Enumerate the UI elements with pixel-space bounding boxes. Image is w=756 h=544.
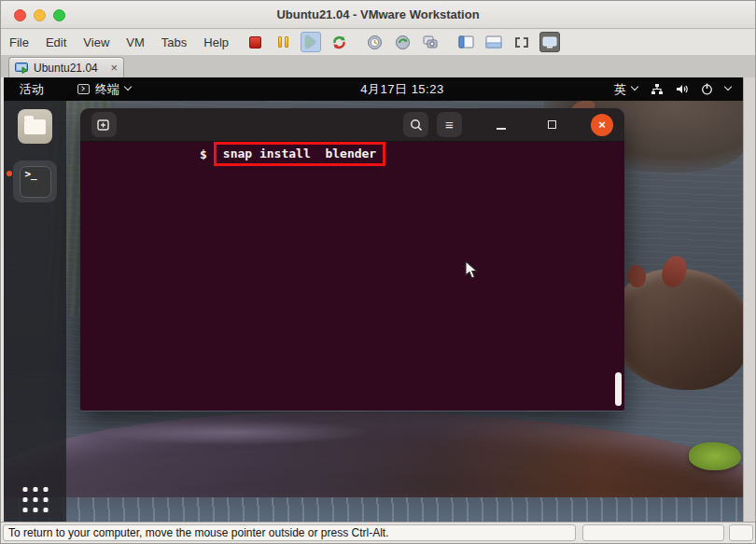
clock[interactable]: 4月17日 15:23 [360, 81, 443, 98]
menu-view[interactable]: View [75, 35, 118, 49]
terminal-titlebar[interactable]: ≡ × [80, 108, 624, 142]
ubuntu-topbar: 活动 终端 4月17日 15:23 英 [4, 77, 745, 101]
new-tab-button[interactable] [91, 112, 117, 137]
chevron-down-icon [632, 84, 638, 91]
fullscreen-icon-right [524, 37, 528, 48]
power-off-button[interactable] [245, 32, 265, 52]
search-button[interactable] [403, 112, 428, 137]
minimize-icon [497, 128, 506, 130]
traffic-lights [14, 9, 65, 21]
network-icon [651, 83, 664, 95]
vm-screen-right-border [743, 77, 755, 523]
power-on-button[interactable] [301, 32, 321, 52]
new-tab-icon [97, 119, 111, 131]
console-view-button[interactable] [539, 32, 560, 52]
show-applications-button[interactable] [22, 487, 48, 512]
wallpaper-vegetation [689, 442, 741, 470]
vm-tab[interactable]: Ubuntu21.04 × [8, 57, 124, 77]
menu-help[interactable]: Help [195, 35, 237, 49]
volume-icon [676, 83, 689, 95]
status-panel-secondary [582, 524, 724, 541]
maximize-button[interactable] [539, 112, 565, 137]
menu-file[interactable]: File [1, 35, 37, 49]
terminal-scrollbar-thumb[interactable] [615, 372, 622, 406]
minimize-window-button[interactable] [34, 9, 46, 21]
statusbar: To return to your computer, move the mou… [1, 522, 755, 543]
vmware-window: Ubuntu21.04 - VMware Workstation File Ed… [0, 0, 756, 544]
window-title: Ubuntu21.04 - VMware Workstation [276, 7, 479, 21]
take-snapshot-button[interactable] [364, 32, 385, 52]
menu-edit[interactable]: Edit [37, 35, 75, 49]
console-view-icon [542, 36, 557, 49]
power-off-icon [249, 36, 261, 49]
tabbar: Ubuntu21.04 × [1, 55, 755, 77]
fullscreen-icon [515, 37, 520, 48]
reset-button[interactable] [329, 32, 349, 52]
terminal-app-icon [77, 84, 90, 94]
shell-prompt: $ [200, 147, 207, 161]
window-titlebar: Ubuntu21.04 - VMware Workstation [1, 1, 755, 29]
focused-app-name: 终端 [95, 81, 119, 98]
menu-tabs[interactable]: Tabs [153, 35, 195, 49]
zoom-window-button[interactable] [53, 9, 65, 21]
input-method-label: 英 [614, 81, 626, 98]
library-panel-icon [458, 35, 474, 49]
reset-icon [331, 35, 347, 50]
chevron-down-icon [125, 84, 132, 91]
status-panel-corner [729, 524, 753, 541]
mouse-cursor [465, 260, 479, 280]
snapshot-revert-icon [395, 35, 411, 50]
dock-item-files[interactable] [4, 101, 66, 144]
minimize-button[interactable] [488, 112, 513, 137]
wallpaper-hippo-sheen [92, 419, 372, 445]
system-tray[interactable]: 英 [614, 77, 745, 101]
terminal-body[interactable]: $ snap install blender [80, 142, 624, 411]
dock: >_ [4, 101, 66, 523]
hamburger-icon: ≡ [445, 118, 454, 132]
status-message: To return to your computer, move the mou… [3, 524, 576, 541]
running-indicator-dot [7, 171, 12, 176]
vm-tab-close-icon[interactable]: × [110, 62, 118, 74]
vm-tab-label: Ubuntu21.04 [34, 62, 105, 75]
terminal-icon: >_ [20, 166, 51, 198]
maximize-icon [548, 120, 556, 129]
show-thumbnail-bar-button[interactable] [483, 32, 504, 52]
snapshot-manager-icon [422, 35, 439, 50]
thumbnail-bar-icon [485, 35, 502, 49]
menubar: File Edit View VM Tabs Help [1, 29, 755, 55]
vm-tab-icon [15, 63, 28, 74]
close-icon: × [598, 118, 606, 132]
show-library-button[interactable] [455, 32, 476, 52]
suspend-icon [278, 36, 288, 48]
chevron-down-icon [725, 84, 732, 91]
close-button[interactable]: × [591, 114, 613, 136]
manage-snapshots-button[interactable] [420, 32, 441, 52]
search-icon [410, 119, 423, 132]
menu-vm[interactable]: VM [118, 35, 153, 49]
activities-button[interactable]: 活动 [20, 81, 44, 98]
terminal-icon-backdrop: >_ [13, 160, 57, 202]
vm-toolbar [245, 32, 560, 52]
close-window-button[interactable] [14, 9, 26, 21]
input-method-indicator[interactable]: 英 [614, 81, 638, 98]
suspend-button[interactable] [273, 32, 293, 52]
highlighted-command: snap install blender [214, 142, 385, 166]
focused-app-indicator[interactable]: 终端 [77, 81, 132, 98]
files-icon [18, 109, 52, 144]
guest-screen: 活动 终端 4月17日 15:23 英 [4, 77, 745, 523]
folder-icon [24, 119, 46, 134]
terminal-window: ≡ × $ snap install blender [80, 108, 624, 411]
command-line: $ snap install blender [200, 142, 385, 166]
fullscreen-button[interactable] [511, 32, 532, 52]
play-icon [306, 35, 315, 49]
dock-item-terminal[interactable]: >_ [4, 144, 66, 202]
revert-snapshot-button[interactable] [392, 32, 413, 52]
snapshot-clock-icon [367, 35, 383, 50]
power-icon [701, 83, 713, 95]
menu-button[interactable]: ≡ [437, 112, 462, 137]
